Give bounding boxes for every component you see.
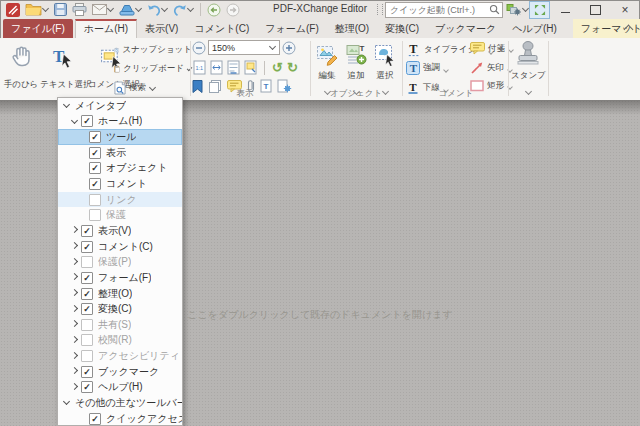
zoom-controls: 150% — [192, 40, 296, 55]
panel-item[interactable]: ✓クイックアクセス — [58, 411, 182, 426]
panel-section-header[interactable]: その他の主なツールバー — [58, 395, 182, 411]
panel-item[interactable]: アクセシビリティ（A） — [58, 348, 182, 364]
checkbox[interactable]: ✓ — [89, 131, 101, 143]
search-dropdown-icon[interactable] — [149, 83, 156, 90]
panel-item[interactable]: ✓ツール — [58, 129, 182, 145]
clipboard-button[interactable]: クリップボード — [114, 60, 192, 78]
checkbox[interactable]: ✓ — [81, 366, 93, 378]
stamp-icon — [511, 40, 545, 66]
quick-launch-grip[interactable] — [377, 4, 383, 15]
tab-0[interactable]: ファイル(F) — [3, 19, 73, 38]
tab-4[interactable]: フォーム(F) — [257, 19, 326, 38]
zoom-selection-button[interactable] — [244, 60, 257, 75]
panel-section-header[interactable]: メインタブ — [58, 98, 182, 114]
back-button[interactable] — [205, 1, 223, 18]
checkbox[interactable]: ✓ — [81, 303, 93, 315]
quick-launch-input[interactable] — [386, 5, 489, 15]
rotate-ccw-button[interactable]: ↺ — [272, 61, 283, 74]
quick-access-toolbar — [0, 1, 242, 18]
fullscreen-button[interactable] — [529, 1, 550, 19]
checkbox[interactable]: ✓ — [81, 381, 93, 393]
minimize-button[interactable] — [552, 0, 578, 19]
checkbox[interactable] — [81, 319, 93, 331]
highlight-button[interactable]: T 強調 — [406, 61, 448, 75]
checkbox[interactable]: ✓ — [81, 288, 93, 300]
tab-8[interactable]: ヘルプ(H) — [504, 19, 565, 38]
panel-item[interactable]: リンク — [58, 192, 182, 208]
maximize-button[interactable] — [582, 0, 608, 19]
actual-size-button[interactable]: 1:1 — [193, 60, 206, 75]
save-button[interactable] — [52, 1, 69, 18]
arrow-tool-button[interactable]: 矢印 — [470, 61, 512, 75]
checkbox[interactable]: ✓ — [81, 272, 93, 284]
sticky-note-button[interactable]: 付箋 — [470, 42, 513, 55]
sticky-note-icon — [470, 42, 485, 55]
panel-item[interactable]: ✓ホーム(H) — [58, 114, 182, 130]
redo-dropdown-icon[interactable] — [187, 5, 194, 12]
search-button[interactable]: 検索 — [114, 79, 192, 97]
open-file-button[interactable] — [23, 1, 51, 18]
panel-item[interactable]: ✓コメント — [58, 176, 182, 192]
tab-5[interactable]: 整理(O) — [327, 19, 377, 38]
tab-7[interactable]: ブックマーク — [427, 19, 504, 38]
checkbox[interactable]: ✓ — [89, 162, 101, 174]
panel-item[interactable]: ✓ヘルプ(H) — [58, 380, 182, 396]
email-dropdown-icon[interactable] — [107, 5, 114, 12]
tab-1[interactable]: ホーム(H) — [75, 19, 137, 38]
rotate-cw-button[interactable]: ↻ — [287, 61, 298, 74]
scan-button[interactable] — [117, 1, 144, 18]
app-logo-icon[interactable] — [4, 1, 22, 18]
panel-item[interactable]: 保護(P) — [58, 254, 182, 270]
panel-item[interactable]: ✓コメント(C) — [58, 239, 182, 255]
undo-dropdown-icon[interactable] — [161, 5, 168, 12]
checkbox[interactable] — [81, 334, 93, 346]
zoom-in-button[interactable] — [282, 41, 296, 55]
select-object-icon — [371, 40, 399, 66]
checkbox[interactable]: ✓ — [89, 178, 101, 190]
panel-item[interactable]: ✓ブックマーク — [58, 364, 182, 380]
panel-item[interactable]: ✓整理(O) — [58, 286, 182, 302]
zoom-level-combobox[interactable]: 150% — [208, 40, 280, 55]
checkbox[interactable]: ✓ — [89, 147, 101, 159]
checkbox[interactable] — [89, 194, 101, 206]
panel-item[interactable]: ✓表示(V) — [58, 223, 182, 239]
tab-3[interactable]: コメント(C) — [186, 19, 257, 38]
snapshot-button[interactable]: スナップショット — [114, 41, 192, 59]
tab-6[interactable]: 変換(C) — [377, 19, 427, 38]
hand-tool-button[interactable]: 手のひら — [2, 40, 40, 91]
zoom-dropdown-icon[interactable] — [269, 43, 276, 50]
fit-width-button[interactable] — [227, 60, 240, 75]
text-select-tool-button[interactable]: T テキスト選択 — [40, 40, 86, 91]
profile-settings-button[interactable] — [506, 2, 529, 17]
checkbox[interactable] — [81, 256, 93, 268]
undo-button[interactable] — [145, 1, 170, 18]
checkbox[interactable]: ✓ — [89, 413, 101, 425]
checkbox[interactable] — [89, 209, 101, 221]
scan-dropdown-icon[interactable] — [135, 5, 142, 12]
profile-dropdown-icon[interactable] — [522, 5, 529, 12]
panel-item[interactable]: ✓オブジェクト — [58, 161, 182, 177]
checkbox[interactable] — [81, 350, 93, 362]
panel-item[interactable]: 校閲(R) — [58, 333, 182, 349]
checkbox[interactable]: ✓ — [81, 115, 93, 127]
panel-item[interactable]: ✓フォーム(F) — [58, 270, 182, 286]
panel-item[interactable]: 共有(S) — [58, 317, 182, 333]
group-separator — [508, 41, 509, 96]
zoom-out-button[interactable] — [192, 41, 206, 55]
checkbox[interactable]: ✓ — [81, 225, 93, 237]
stamp-dropdown-icon[interactable] — [524, 88, 531, 95]
panel-item[interactable]: 保護 — [58, 207, 182, 223]
view-group-label: 表示 — [190, 88, 300, 100]
fit-page-button[interactable] — [210, 60, 223, 75]
panel-item[interactable]: ✓変換(C) — [58, 301, 182, 317]
panel-item[interactable]: ✓表示 — [58, 145, 182, 161]
profile-gear-icon — [506, 3, 522, 17]
stamp-button[interactable]: スタンプ — [511, 40, 545, 100]
close-button[interactable]: × — [612, 0, 638, 19]
print-button[interactable] — [70, 1, 89, 18]
checkbox[interactable]: ✓ — [81, 241, 93, 253]
email-button[interactable] — [90, 1, 116, 18]
redo-button[interactable] — [171, 1, 196, 18]
open-dropdown-icon[interactable] — [42, 5, 49, 12]
tab-2[interactable]: 表示(V) — [137, 19, 186, 38]
